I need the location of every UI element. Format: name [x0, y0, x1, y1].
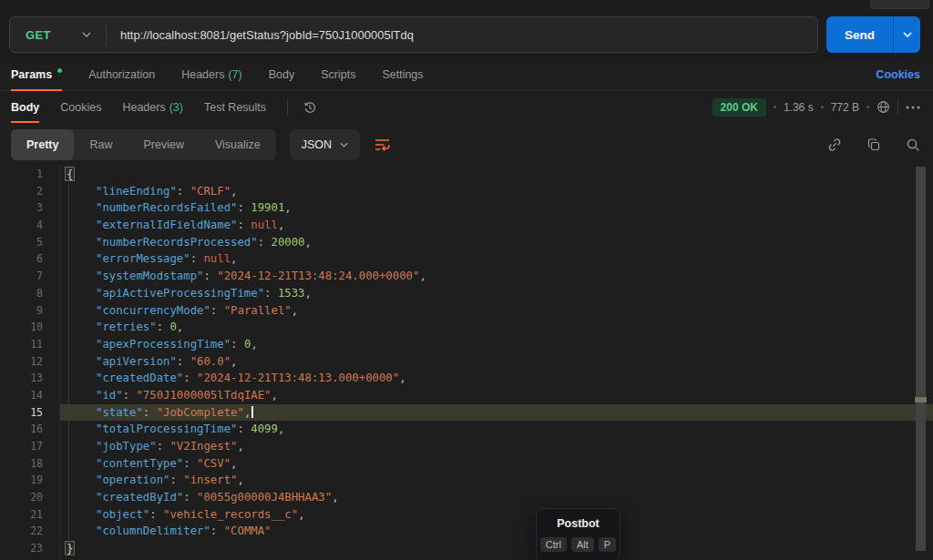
response-body-editor[interactable]: 1{2"lineEnding": "CRLF",3"numberRecordsF…: [0, 166, 933, 560]
line-number: 21: [0, 506, 60, 524]
wrap-lines-icon[interactable]: [374, 137, 391, 152]
line-content: "contentType": "CSV",: [60, 455, 238, 473]
view-visualize[interactable]: Visualize: [200, 129, 276, 160]
code-line-15[interactable]: 15"state": "JobComplete",: [0, 404, 933, 422]
code-line-19[interactable]: 19"operation": "insert",: [0, 472, 933, 489]
code-line-11[interactable]: 11"apexProcessingTime": 0,: [0, 336, 933, 353]
active-line-marker: [915, 397, 927, 402]
history-icon[interactable]: [302, 92, 317, 122]
line-number: 18: [0, 455, 60, 473]
chevron-down-icon[interactable]: [82, 32, 91, 37]
comma-token: ,: [272, 389, 278, 402]
tab-headers[interactable]: Headers(7): [181, 58, 242, 90]
line-content: "createdById": "0055g00000J4BHHAA3",: [60, 489, 339, 506]
tab-params[interactable]: Params: [11, 58, 62, 90]
code-line-8[interactable]: 8"apiActiveProcessingTime": 1533,: [0, 285, 933, 302]
json-key: "id": [96, 389, 123, 402]
code-line-7[interactable]: 7"systemModstamp": "2024-12-21T13:48:24.…: [0, 268, 933, 285]
line-content: "operation": "insert",: [60, 472, 244, 489]
code-line-20[interactable]: 20"createdById": "0055g00000J4BHHAA3",: [0, 489, 933, 506]
comma-token: ,: [244, 406, 251, 419]
code-line-9[interactable]: 9"concurrencyMode": "Parallel",: [0, 302, 933, 320]
json-key: "systemModstamp": [96, 270, 203, 282]
brace-token: {: [65, 167, 75, 181]
code-line-10[interactable]: 10"retries": 0,: [0, 319, 933, 336]
colon-token: :: [190, 252, 204, 265]
response-tab-headers[interactable]: Headers(3): [122, 92, 183, 122]
scrollbar-thumb[interactable]: [916, 167, 926, 551]
line-number: 16: [0, 421, 60, 438]
line-content: "jobType": "V2Ingest",: [60, 438, 244, 455]
json-value: "CSV": [197, 457, 231, 470]
key-p: P: [599, 537, 616, 552]
code-line-17[interactable]: 17"jobType": "V2Ingest",: [0, 438, 933, 455]
json-value: 20000: [272, 236, 305, 249]
line-content: "lineEnding": "CRLF",: [60, 183, 237, 200]
send-button[interactable]: Send: [826, 16, 920, 53]
cookies-link[interactable]: Cookies: [876, 58, 920, 90]
code-line-13[interactable]: 13"createdDate": "2024-12-21T13:48:13.00…: [0, 370, 933, 387]
line-content: "errorMessage": null,: [60, 250, 238, 268]
code-line-21[interactable]: 21"object": "vehicle_records__c",: [0, 506, 933, 524]
more-options-icon[interactable]: [906, 106, 920, 109]
json-key: "contentType": [96, 457, 183, 470]
postbot-tooltip[interactable]: Postbot CtrlAltP: [536, 508, 620, 560]
colon-token: :: [177, 355, 190, 368]
response-tab-body[interactable]: Body: [11, 92, 39, 122]
colon-token: :: [177, 185, 190, 198]
code-line-3[interactable]: 3"numberRecordsFailed": 19901,: [0, 199, 933, 217]
send-options-button[interactable]: [893, 16, 920, 53]
copy-icon[interactable]: [866, 137, 881, 152]
request-tabs: ParamsAuthorizationHeaders(7)BodyScripts…: [0, 58, 933, 91]
comma-token: ,: [237, 473, 243, 486]
status-badge: 200 OK: [713, 98, 766, 117]
code-line-5[interactable]: 5"numberRecordsProcessed": 20000,: [0, 234, 933, 251]
view-preview[interactable]: Preview: [128, 129, 199, 160]
line-number: 11: [0, 336, 60, 353]
search-icon[interactable]: [906, 137, 920, 152]
response-tab-test-results[interactable]: Test Results: [204, 92, 266, 122]
url-input[interactable]: http://localhost:8081/getStatus?jobId=75…: [107, 28, 414, 42]
comma-token: ,: [231, 355, 237, 368]
tab-body[interactable]: Body: [269, 58, 295, 90]
line-number: 15: [0, 404, 60, 422]
link-icon[interactable]: [827, 137, 842, 152]
response-tab-cookies[interactable]: Cookies: [60, 92, 101, 122]
tab-count: (7): [228, 68, 241, 81]
tab-scripts[interactable]: Scripts: [321, 58, 355, 90]
code-line-1[interactable]: 1{: [0, 166, 933, 183]
format-select[interactable]: JSON: [290, 129, 360, 160]
view-raw[interactable]: Raw: [74, 129, 128, 160]
line-number: 8: [0, 285, 60, 302]
line-number: 17: [0, 438, 60, 455]
postbot-shortcut: CtrlAltP: [537, 537, 620, 552]
json-value: 19901: [251, 201, 284, 214]
code-line-14[interactable]: 14"id": "750J1000005lTdqIAE",: [0, 387, 933, 404]
send-button-label[interactable]: Send: [826, 16, 893, 53]
line-number: 19: [0, 472, 60, 489]
comma-token: ,: [332, 491, 338, 504]
scrollbar[interactable]: [915, 166, 927, 560]
line-content: "systemModstamp": "2024-12-21T13:48:24.0…: [60, 268, 426, 285]
line-content: "numberRecordsFailed": 19901,: [60, 199, 292, 217]
view-pretty[interactable]: Pretty: [11, 129, 74, 160]
code-line-4[interactable]: 4"externalIdFieldName": null,: [0, 217, 933, 234]
colon-token: :: [210, 304, 224, 317]
view-mode-switch: PrettyRawPreviewVisualize: [11, 129, 276, 160]
tab-settings[interactable]: Settings: [382, 58, 423, 90]
code-line-2[interactable]: 2"lineEnding": "CRLF",: [0, 183, 933, 200]
response-viewer-toolbar: PrettyRawPreviewVisualize JSON: [11, 129, 920, 160]
code-line-23[interactable]: 23}: [0, 540, 933, 557]
globe-icon[interactable]: [877, 100, 890, 114]
code-line-16[interactable]: 16"totalProcessingTime": 4099,: [0, 421, 933, 438]
code-line-22[interactable]: 22"columnDelimiter": "COMMA": [0, 523, 933, 540]
tab-authorization[interactable]: Authorization: [88, 58, 155, 90]
method-selector[interactable]: GET: [10, 28, 82, 42]
line-number: 22: [0, 523, 60, 540]
code-line-12[interactable]: 12"apiVersion": "60.0",: [0, 353, 933, 371]
code-line-18[interactable]: 18"contentType": "CSV",: [0, 455, 933, 473]
code-line-6[interactable]: 6"errorMessage": null,: [0, 250, 933, 268]
line-number: 4: [0, 217, 60, 234]
key-alt: Alt: [571, 537, 594, 552]
text-cursor: [251, 406, 253, 418]
